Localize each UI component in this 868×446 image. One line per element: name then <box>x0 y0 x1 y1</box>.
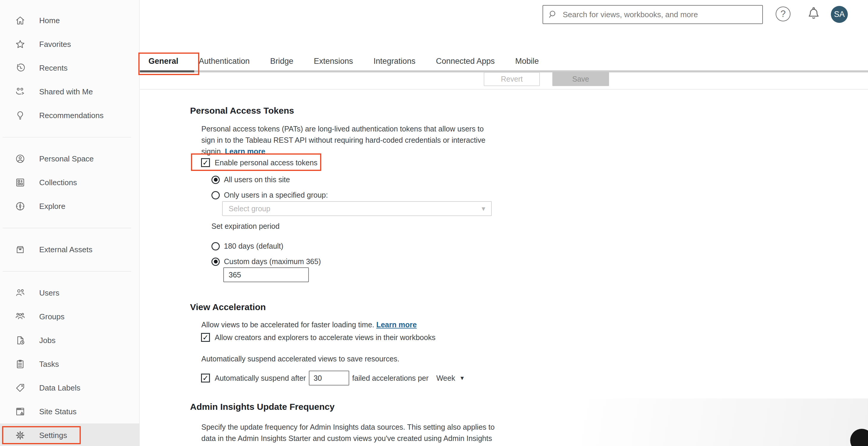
sidebar-item-label: Tasks <box>39 359 59 369</box>
gear-icon <box>15 430 26 441</box>
action-bar-divider <box>140 89 868 90</box>
custom-days-input[interactable] <box>223 267 309 282</box>
auto-suspend-checkbox[interactable]: ✓ <box>201 374 210 382</box>
view-acceleration-description-text: Allow views to be accelerated for faster… <box>202 320 374 329</box>
sidebar-item-home[interactable]: Home <box>0 9 139 32</box>
sidebar-item-groups[interactable]: Groups <box>0 305 139 329</box>
person-circle-icon <box>15 153 26 164</box>
default-days-label: 180 days (default) <box>224 242 283 250</box>
suspend-count-input[interactable] <box>309 371 349 385</box>
sidebar-item-data-labels[interactable]: Data Labels <box>0 376 139 400</box>
sidebar-item-recents[interactable]: Recents <box>0 56 139 80</box>
tab-bridge[interactable]: Bridge <box>270 57 293 66</box>
admin-insights-description: Specify the update frequency for Admin I… <box>202 421 500 446</box>
suspend-period-dropdown[interactable]: Week ▾ <box>436 374 464 382</box>
sidebar-nav: HomeFavoritesRecentsShared with MeRecomm… <box>0 0 140 446</box>
all-users-radio-row: All users on this site <box>211 175 290 184</box>
collections-icon <box>15 177 26 188</box>
tab-integrations[interactable]: Integrations <box>374 57 415 66</box>
sidebar-item-label: Home <box>39 16 60 25</box>
save-button[interactable]: Save <box>552 72 609 86</box>
jobs-icon <box>15 335 26 346</box>
sidebar-item-label: Site Status <box>39 407 76 416</box>
corner-floating-button[interactable] <box>850 429 868 446</box>
sidebar-item-label: External Assets <box>39 245 92 254</box>
auto-suspend-prefix-label: Automatically suspend after <box>215 374 306 382</box>
user-avatar[interactable]: SA <box>831 6 848 23</box>
view-acceleration-description: Allow views to be accelerated for faster… <box>202 319 416 330</box>
chevron-down-icon: ▾ <box>482 204 485 213</box>
sidebar-item-site-status[interactable]: Site Status <box>0 400 139 423</box>
shared-with-me-icon <box>15 87 26 97</box>
all-users-radio[interactable] <box>211 176 220 184</box>
enable-pat-row: ✓ Enable personal access tokens <box>201 158 317 167</box>
sidebar-item-collections[interactable]: Collections <box>0 171 139 194</box>
allow-acceleration-checkbox[interactable]: ✓ <box>201 333 210 342</box>
lightbulb-icon <box>15 110 26 121</box>
tab-extensions[interactable]: Extensions <box>314 57 353 66</box>
sidebar-item-label: Shared with Me <box>39 87 93 97</box>
tab-mobile[interactable]: Mobile <box>515 57 539 66</box>
custom-days-label: Custom days (maximum 365) <box>224 257 321 266</box>
sidebar-item-label: Data Labels <box>39 383 81 392</box>
pat-description: Personal access tokens (PATs) are long-l… <box>202 123 495 157</box>
tab-connected-apps[interactable]: Connected Apps <box>436 57 495 66</box>
admin-insights-section-title: Admin Insights Update Frequency <box>190 402 335 412</box>
sidebar-item-shared-with-me[interactable]: Shared with Me <box>0 80 139 104</box>
specified-group-radio-row: Only users in a specified group: <box>211 191 328 199</box>
site-status-icon <box>15 406 26 417</box>
suspend-info-text: Automatically suspend accelerated views … <box>202 353 399 365</box>
help-icon[interactable]: ? <box>776 6 790 21</box>
sidebar-item-label: Jobs <box>39 336 56 345</box>
custom-days-radio-row: Custom days (maximum 365) <box>211 257 321 266</box>
sidebar-item-settings[interactable]: Settings <box>0 423 139 446</box>
sidebar-divider <box>0 262 139 281</box>
suspend-period-value: Week <box>436 374 455 382</box>
allow-acceleration-row: ✓ Allow creators and explorers to accele… <box>201 333 435 342</box>
allow-acceleration-label: Allow creators and explorers to accelera… <box>215 333 435 342</box>
custom-days-radio[interactable] <box>211 258 220 266</box>
sidebar-item-label: Users <box>39 288 59 298</box>
sidebar-item-explore[interactable]: Explore <box>0 194 139 218</box>
specified-group-radio[interactable] <box>211 191 220 199</box>
tableau-settings-page: HomeFavoritesRecentsShared with MeRecomm… <box>0 0 868 446</box>
sidebar-item-jobs[interactable]: Jobs <box>0 329 139 352</box>
settings-tab-bar: GeneralAuthenticationBridgeExtensionsInt… <box>149 53 539 70</box>
search-icon <box>548 9 558 20</box>
compass-icon <box>15 201 26 212</box>
select-group-placeholder: Select group <box>229 204 270 213</box>
enable-pat-label: Enable personal access tokens <box>215 159 317 167</box>
select-group-dropdown[interactable]: Select group ▾ <box>222 201 492 216</box>
sidebar-item-external-assets[interactable]: External Assets <box>0 238 139 262</box>
sidebar-item-label: Collections <box>39 178 77 187</box>
groups-icon <box>15 311 26 322</box>
star-icon <box>15 39 26 49</box>
revert-button[interactable]: Revert <box>484 72 540 86</box>
sidebar-item-recommendations[interactable]: Recommendations <box>0 104 139 127</box>
history-icon <box>15 63 26 73</box>
enable-pat-checkbox[interactable]: ✓ <box>201 158 210 167</box>
tasks-icon <box>15 359 26 370</box>
pat-section-title: Personal Access Tokens <box>190 106 294 116</box>
sidebar-item-label: Groups <box>39 312 64 321</box>
auto-suspend-row: ✓ Automatically suspend after failed acc… <box>201 371 464 385</box>
notifications-bell-icon[interactable] <box>806 6 822 21</box>
sidebar-divider <box>0 218 139 238</box>
sidebar-item-tasks[interactable]: Tasks <box>0 352 139 376</box>
users-icon <box>15 287 26 298</box>
tab-general[interactable]: General <box>149 57 179 66</box>
view-acceleration-learn-more-link[interactable]: Learn more <box>376 320 416 329</box>
search-box[interactable] <box>542 5 763 24</box>
sidebar-item-label: Favorites <box>39 40 71 49</box>
sidebar-item-users[interactable]: Users <box>0 281 139 305</box>
search-input[interactable] <box>562 10 757 20</box>
all-users-label: All users on this site <box>224 175 290 184</box>
view-acceleration-section-title: View Acceleration <box>190 302 266 312</box>
sidebar-item-label: Settings <box>39 431 67 440</box>
pat-learn-more-link[interactable]: Learn more <box>225 147 265 156</box>
chevron-down-icon: ▾ <box>461 374 464 382</box>
sidebar-item-favorites[interactable]: Favorites <box>0 32 139 56</box>
default-days-radio[interactable] <box>211 242 220 250</box>
tab-authentication[interactable]: Authentication <box>199 57 250 66</box>
sidebar-item-personal-space[interactable]: Personal Space <box>0 147 139 171</box>
